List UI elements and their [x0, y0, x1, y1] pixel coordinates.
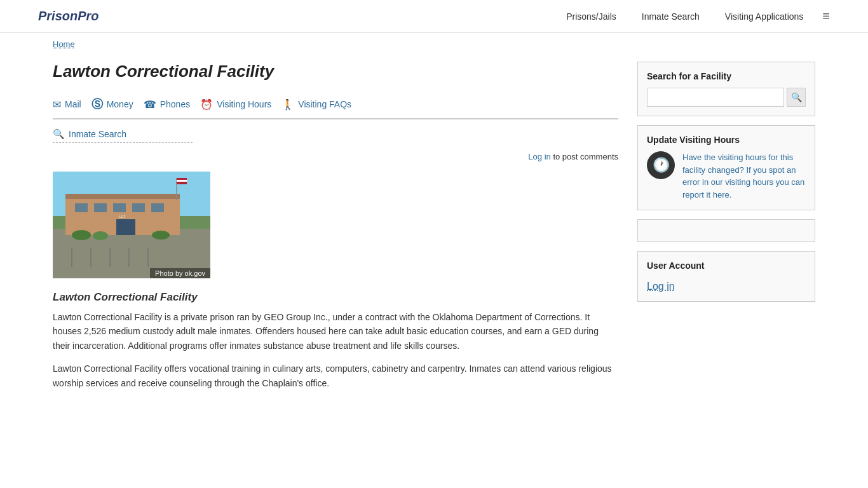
main-content: Lawton Correctional Facility ✉ Mail Ⓢ Mo… [53, 62, 618, 399]
nav-prisons-jails[interactable]: Prisons/Jails [566, 11, 616, 22]
search-facility-title: Search for a Facility [647, 71, 806, 81]
svg-rect-8 [132, 203, 145, 212]
inmate-search-row: 🔍 Inmate Search [53, 123, 193, 143]
tab-visiting-faqs[interactable]: 🚶 Visiting FAQs [281, 93, 362, 119]
tab-visiting-hours-label: Visiting Hours [217, 99, 271, 109]
user-account-login-button[interactable]: Log in [647, 281, 675, 292]
navbar: PrisonPro Prisons/Jails Inmate Search Vi… [0, 0, 868, 33]
user-account-box: User Account Log in [637, 251, 815, 302]
nav-visiting-applications[interactable]: Visiting Applications [725, 11, 803, 22]
svg-rect-15 [177, 180, 187, 182]
tab-phones-label: Phones [160, 99, 190, 109]
tab-money[interactable]: Ⓢ Money [92, 93, 144, 119]
sidebar-empty-box [637, 219, 815, 242]
tab-mail[interactable]: ✉ Mail [53, 93, 92, 119]
update-visiting-link[interactable]: Have the visiting hours for this facilit… [682, 152, 804, 200]
section-title: Lawton Correctional Facility [53, 291, 618, 304]
update-visiting-text: Have the visiting hours for this facilit… [682, 151, 806, 201]
svg-rect-11 [115, 213, 137, 219]
login-suffix: to post comments [551, 152, 618, 161]
svg-rect-9 [151, 203, 164, 212]
svg-rect-6 [94, 203, 107, 212]
update-visiting-box: Update Visiting Hours 🕐 Have the visitin… [637, 125, 815, 210]
mail-icon: ✉ [53, 98, 61, 111]
update-visiting-title: Update Visiting Hours [647, 135, 806, 145]
facility-image: LCF Photo by ok.gov [53, 172, 210, 278]
login-link[interactable]: Log in [528, 152, 550, 161]
hamburger-icon[interactable]: ≡ [822, 9, 830, 24]
nav-inmate-search[interactable]: Inmate Search [642, 11, 700, 22]
body-paragraph-1: Lawton Correctional Facility is a privat… [53, 310, 618, 353]
update-clock-icon: 🕐 [647, 151, 675, 179]
svg-text:LCF: LCF [119, 215, 125, 219]
phone-icon: ☎ [144, 98, 156, 111]
content-layout: Lawton Correctional Facility ✉ Mail Ⓢ Mo… [53, 62, 815, 399]
sidebar: Search for a Facility 🔍 Update Visiting … [637, 62, 815, 399]
login-row: Log in to post comments [53, 152, 618, 161]
svg-point-21 [72, 230, 91, 240]
person-icon: 🚶 [281, 98, 294, 111]
facility-search-input[interactable] [647, 88, 784, 107]
tab-visiting-hours[interactable]: ⏰ Visiting Hours [200, 93, 281, 119]
tab-phones[interactable]: ☎ Phones [144, 93, 200, 119]
svg-point-23 [152, 231, 170, 240]
nav-links: Prisons/Jails Inmate Search Visiting App… [566, 11, 803, 22]
facility-search-button[interactable]: 🔍 [787, 88, 806, 107]
site-logo[interactable]: PrisonPro [38, 9, 99, 24]
money-icon: Ⓢ [92, 97, 103, 112]
svg-point-22 [93, 231, 108, 240]
tab-visiting-faqs-label: Visiting FAQs [298, 99, 351, 109]
search-icon: 🔍 [53, 128, 65, 140]
image-caption: Photo by ok.gov [150, 268, 210, 278]
svg-rect-7 [113, 203, 126, 212]
breadcrumb-home[interactable]: Home [53, 39, 75, 49]
update-visiting-inner: 🕐 Have the visiting hours for this facil… [647, 151, 806, 201]
breadcrumb: Home [53, 33, 815, 55]
tab-mail-label: Mail [65, 99, 81, 109]
body-paragraph-2: Lawton Correctional Facility offers voca… [53, 362, 618, 390]
search-row: 🔍 [647, 88, 806, 107]
svg-rect-4 [65, 194, 180, 199]
inmate-search-link[interactable]: Inmate Search [69, 129, 126, 139]
svg-rect-10 [116, 217, 135, 235]
clock-icon: ⏰ [200, 98, 213, 111]
tab-money-label: Money [107, 99, 133, 109]
tab-links: ✉ Mail Ⓢ Money ☎ Phones ⏰ Visiting Hours… [53, 93, 618, 119]
search-button-icon: 🔍 [791, 92, 802, 102]
svg-rect-5 [75, 203, 88, 212]
search-facility-box: Search for a Facility 🔍 [637, 62, 815, 116]
user-account-title: User Account [647, 261, 806, 271]
page-title: Lawton Correctional Facility [53, 62, 618, 81]
